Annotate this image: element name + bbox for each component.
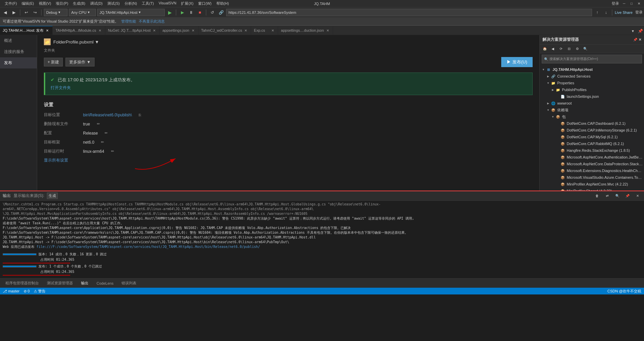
manage-performance-link[interactable]: 管理性能 bbox=[121, 19, 136, 24]
toolbar-refresh-btn[interactable]: ↺ bbox=[209, 9, 216, 16]
se-home-btn[interactable]: 🏠 bbox=[541, 45, 548, 53]
tab-publish[interactable]: JQ.TAHM.H....Host: 发布 ✕ bbox=[0, 26, 53, 35]
tab-appsettings-close[interactable]: ✕ bbox=[191, 28, 195, 33]
status-errors[interactable]: ⊘ 0 bbox=[24, 289, 30, 293]
tree-item[interactable]: ▶📁PublishProfiles bbox=[540, 86, 644, 93]
tab-appsettings2-close[interactable]: ✕ bbox=[325, 28, 330, 33]
sidebar-item-overview[interactable]: 概述 bbox=[0, 35, 37, 46]
tree-item[interactable]: 📦Microsoft.AspNetCore.Authentication.Jwt… bbox=[540, 154, 644, 161]
toolbar-play-btn[interactable]: ▶ bbox=[179, 9, 186, 16]
run-btn[interactable]: ▶ bbox=[166, 9, 173, 16]
tree-item[interactable]: 📦DotNetCore.CAP.MySql (6.2.1) bbox=[540, 134, 644, 140]
sidebar-item-publish[interactable]: 发布 bbox=[0, 57, 37, 68]
se-sync-btn[interactable]: ⟳ bbox=[557, 45, 565, 53]
show-all-settings-link[interactable]: 显示所有设置 bbox=[44, 158, 533, 163]
output-find-btn[interactable]: 🔍 bbox=[614, 192, 621, 200]
tab-module[interactable]: TAHMHttpA...tModule.cs ✕ bbox=[53, 26, 105, 35]
menu-analyze[interactable]: 分析(N) bbox=[123, 0, 139, 7]
output-word-wrap-btn[interactable]: ⇌ bbox=[603, 192, 611, 200]
publish-link[interactable]: file:///F:/code/SoftwareSystem/TAHM/aspn… bbox=[36, 245, 260, 249]
copy-icon[interactable]: ⎘ bbox=[139, 113, 141, 117]
tree-item[interactable]: 📦MiniProfiler.Shared (4.2.22) bbox=[540, 188, 644, 191]
bottom-tab-codelens[interactable]: CodeLens bbox=[94, 280, 116, 287]
menu-bar[interactable]: 文件(F) 编辑(E) 视图(V) 项目(P) 生成(B) 调试(D) 测试(S… bbox=[3, 0, 612, 7]
se-search-btn[interactable]: 🔍 bbox=[582, 45, 589, 53]
output-source-dropdown[interactable]: 生成 bbox=[47, 193, 58, 199]
tree-item[interactable]: 📦Microsoft.VisualStudio.Azure.Containers… bbox=[540, 174, 644, 181]
output-clear-btn[interactable]: 🗑 bbox=[593, 192, 601, 200]
bottom-tab-test[interactable]: 测试资源管理器 bbox=[44, 279, 76, 287]
tab-pin-btn[interactable]: 📌 bbox=[637, 27, 644, 35]
publish-path[interactable]: FolderProfile.pubxml ▼ bbox=[53, 39, 99, 45]
se-settings-btn[interactable]: ⚙ bbox=[573, 45, 581, 53]
menu-view[interactable]: 视图(V) bbox=[37, 0, 53, 7]
more-actions-button[interactable]: 更多操作 ▼ bbox=[65, 58, 94, 66]
tab-overflow-btn[interactable]: ▾ bbox=[629, 27, 637, 35]
tab-exp[interactable]: Exp.cs ✕ bbox=[251, 26, 278, 35]
menu-debug[interactable]: 调试(D) bbox=[88, 0, 105, 7]
tree-item[interactable]: 📦DotNetCore.CAP.RabbitMQ (6.2.1) bbox=[540, 140, 644, 147]
config-dropdown[interactable]: Debug ▾ bbox=[44, 9, 68, 16]
tree-item[interactable]: ▶🔗Connected Services bbox=[540, 73, 644, 80]
manage-btn[interactable]: 登录 bbox=[635, 10, 643, 15]
tree-item[interactable]: 📦Microsoft.Extensions.Diagnostics.Health… bbox=[540, 167, 644, 174]
status-warnings[interactable]: ⚠ 警告 bbox=[34, 289, 46, 294]
publish-button[interactable]: ▶ 发布(U) bbox=[501, 57, 533, 67]
menu-edit[interactable]: 编辑(E) bbox=[20, 0, 36, 7]
edit-icon-framework[interactable]: ✏ bbox=[101, 140, 104, 144]
menu-project[interactable]: 项目(P) bbox=[54, 0, 70, 7]
toolbar-svn-btn[interactable]: ↑ bbox=[593, 9, 601, 16]
toolbar-stop-btn[interactable]: ■ bbox=[196, 9, 204, 16]
minimize-btn[interactable]: ─ bbox=[622, 1, 626, 6]
toolbar-back-btn[interactable]: ◀ bbox=[1, 9, 9, 16]
tab-appsettings[interactable]: appsettings.json ✕ bbox=[160, 26, 198, 35]
toolbar-redo-btn[interactable]: ↪ bbox=[31, 9, 39, 16]
bottom-tab-pkg[interactable]: 程序包管理器控制台 bbox=[3, 279, 42, 287]
tab-nuget-close[interactable]: ✕ bbox=[152, 28, 157, 33]
menu-tools[interactable]: 工具(T) bbox=[140, 0, 156, 7]
tab-module-close[interactable]: ✕ bbox=[98, 28, 102, 33]
edit-icon-config[interactable]: ✏ bbox=[105, 131, 108, 135]
sidebar-item-connected[interactable]: 连接的服务 bbox=[0, 46, 37, 57]
se-back-btn[interactable]: ◀ bbox=[549, 45, 557, 53]
new-button[interactable]: + 新建 bbox=[44, 58, 63, 66]
tree-item[interactable]: ▶🌐wwwroot bbox=[540, 100, 644, 107]
tree-item[interactable]: ▼📦包 bbox=[540, 113, 644, 120]
close-btn[interactable]: ✕ bbox=[637, 1, 641, 6]
sign-in-btn[interactable]: 登录 bbox=[612, 1, 619, 6]
menu-extensions[interactable]: 扩展(X) bbox=[179, 0, 195, 7]
menu-help[interactable]: 帮助(H) bbox=[214, 0, 231, 7]
tab-appsettings2[interactable]: appsettings....duction.json ✕ bbox=[278, 26, 333, 35]
output-close-btn[interactable]: ✕ bbox=[634, 192, 641, 200]
menu-visualsvn[interactable]: VisualSVN bbox=[157, 0, 178, 7]
toolbar-undo-btn[interactable]: ↩ bbox=[23, 9, 30, 16]
tree-item[interactable]: 📦MiniProfiler.AspNetCore.Mvc (4.2.22) bbox=[540, 181, 644, 188]
menu-window[interactable]: 窗口(W) bbox=[196, 0, 214, 7]
tab-nuget[interactable]: NuGet: JQ.T....ttpApi.Host ✕ bbox=[105, 26, 160, 35]
toolbar-svn-down-btn[interactable]: ↓ bbox=[602, 9, 610, 16]
bottom-tab-output[interactable]: 输出 bbox=[78, 279, 91, 287]
edit-icon-runtime[interactable]: ✏ bbox=[111, 149, 114, 153]
tree-item[interactable]: ▼📁Properties bbox=[540, 80, 644, 86]
toolbar-attach-btn[interactable]: 🔗 bbox=[217, 9, 225, 16]
tree-item[interactable]: 📦DotNetCore.CAP.Dashboard (6.2.1) bbox=[540, 120, 644, 127]
tree-item[interactable]: 📄launchSettings.json bbox=[540, 93, 644, 100]
project-dropdown[interactable]: JQ.TAHM.HttpApi.Host ▾ bbox=[97, 9, 165, 16]
bottom-tab-errors[interactable]: 错误列表 bbox=[119, 279, 139, 287]
tree-item[interactable]: 📦DotNetCore.CAP.InMemoryStorage (6.2.1) bbox=[540, 127, 644, 134]
tree-item[interactable]: 📦Microsoft.AspNetCore.DataProtection.Sta… bbox=[540, 161, 644, 167]
edit-icon-delete[interactable]: ✏ bbox=[97, 122, 100, 126]
menu-test[interactable]: 测试(S) bbox=[105, 0, 122, 7]
tab-controller[interactable]: TahmCJ_wdController.cs ✕ bbox=[198, 26, 251, 35]
solution-explorer-search[interactable]: 🔍 搜索解决方案资源管理器(Ctrl++) bbox=[542, 55, 642, 63]
tree-item[interactable]: ▼📦依赖项 bbox=[540, 107, 644, 113]
se-collapseall-btn[interactable]: ⊟ bbox=[565, 45, 573, 53]
tree-item[interactable]: 📦Hangfire.Redis.StackExchange (1.8.5) bbox=[540, 147, 644, 154]
output-pin-btn[interactable]: 📌 bbox=[624, 192, 631, 200]
toolbar-pause-btn[interactable]: ⏸ bbox=[187, 9, 195, 16]
menu-build[interactable]: 生成(B) bbox=[71, 0, 87, 7]
tree-root[interactable]: ▼ ⊞ JQ.TAHM.HttpApi.Host bbox=[540, 66, 644, 73]
tab-controller-close[interactable]: ✕ bbox=[243, 28, 248, 33]
setting-value-target[interactable]: bin\Release\net6.0\publish\ bbox=[83, 113, 132, 117]
maximize-btn[interactable]: □ bbox=[629, 1, 634, 6]
